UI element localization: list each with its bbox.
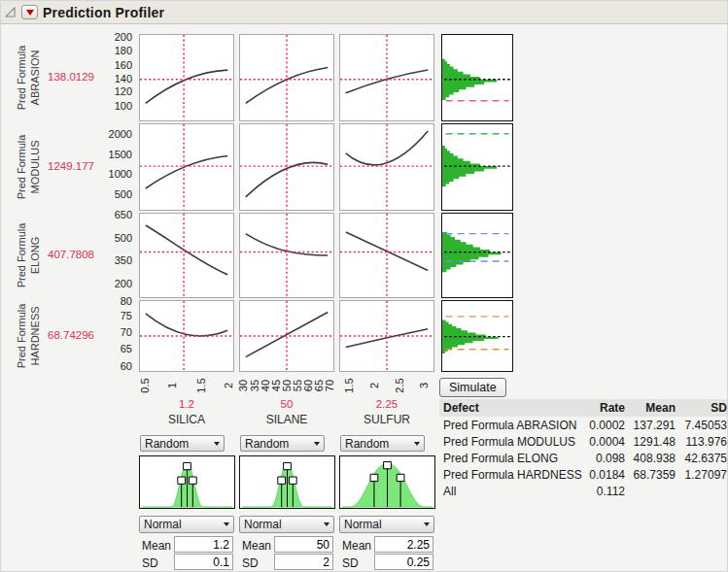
- chevron-down-icon: [314, 442, 320, 446]
- factor-current-value[interactable]: 50: [239, 398, 334, 410]
- x-tick: 3: [418, 372, 430, 399]
- mean-drag-handle[interactable]: [184, 462, 191, 469]
- profile-cell-elong-sulfur[interactable]: [339, 213, 434, 298]
- y-tick: 200: [115, 278, 132, 289]
- header-rate: Rate: [585, 401, 625, 415]
- simulation-histogram-modulus: [441, 123, 513, 211]
- mean-drag-handle[interactable]: [384, 461, 392, 468]
- y-tick: 75: [121, 310, 132, 321]
- dropdown-value: Random: [145, 437, 189, 451]
- profile-cell-abrasion-silica[interactable]: [139, 34, 234, 121]
- cell-rate: 0.0002: [585, 419, 625, 432]
- mean-drag-handle[interactable]: [284, 462, 292, 469]
- factor-current-value[interactable]: 2.25: [339, 398, 434, 410]
- profile-cell-abrasion-silane[interactable]: [239, 34, 334, 121]
- y-axis-abrasion: 200 180 160 140 120 100: [96, 34, 135, 121]
- profile-cell-hardness-sulfur[interactable]: [339, 300, 434, 372]
- sulfur-distribution-dropdown[interactable]: Normal: [339, 516, 434, 533]
- defect-table-header: Defect Rate Mean SD: [439, 399, 727, 417]
- x-tick: 2: [223, 372, 234, 399]
- sulfur-random-dropdown[interactable]: Random: [340, 435, 425, 452]
- cell-mean: 1291.48: [625, 435, 676, 449]
- x-tick: 1.5: [195, 372, 207, 399]
- response-current-value: 1249.177: [34, 160, 94, 172]
- silane-mean-input[interactable]: [274, 536, 333, 553]
- silica-random-dropdown[interactable]: Random: [140, 435, 225, 452]
- silica-distribution-dropdown[interactable]: Normal: [139, 516, 234, 533]
- y-tick: 180: [115, 45, 132, 56]
- profile-cell-elong-silane[interactable]: [239, 213, 334, 298]
- silica-distribution-preview[interactable]: [139, 455, 235, 509]
- x-tick: 1: [166, 372, 178, 399]
- silane-random-dropdown[interactable]: Random: [240, 435, 325, 452]
- y-tick: 80: [121, 295, 132, 307]
- red-triangle-icon: [26, 10, 34, 16]
- sd-label: SD: [242, 556, 273, 570]
- cell-sd: 113.976: [676, 435, 727, 449]
- profile-curve: [146, 314, 227, 336]
- profile-cell-modulus-sulfur[interactable]: [339, 123, 434, 211]
- sd-drag-handle[interactable]: [397, 474, 404, 481]
- dropdown-value: Normal: [344, 518, 382, 531]
- table-row: All 0.112: [439, 483, 727, 499]
- sd-drag-handle[interactable]: [289, 477, 296, 484]
- sd-drag-handle[interactable]: [189, 477, 196, 484]
- outline-disclosure-icon[interactable]: [5, 7, 17, 18]
- simulate-button[interactable]: Simulate: [439, 378, 506, 397]
- factor-name: SULFUR: [339, 413, 434, 426]
- cell-rate: 0.0004: [585, 435, 625, 449]
- cell-defect: Pred Formula MODULUS: [439, 435, 585, 449]
- y-tick: 120: [115, 85, 132, 97]
- y-tick: 65: [121, 343, 132, 354]
- cell-mean: 408.938: [625, 452, 676, 465]
- silica-mean-input[interactable]: [174, 536, 233, 553]
- x-tick: 0.5: [139, 372, 151, 399]
- response-label-line1: Pred Formula: [16, 123, 29, 211]
- sd-drag-handle[interactable]: [278, 477, 286, 484]
- table-row: Pred Formula ABRASION 0.0002 137.291 7.4…: [439, 417, 727, 433]
- sd-drag-handle[interactable]: [178, 477, 186, 484]
- profile-curve: [146, 156, 227, 188]
- cell-defect: All: [439, 485, 585, 498]
- y-tick: 650: [115, 209, 132, 220]
- y-axis-hardness: 80 75 70 65 60: [96, 300, 135, 372]
- response-current-value: 407.7808: [34, 249, 94, 260]
- sd-drag-handle[interactable]: [370, 474, 378, 481]
- response-label-line1: Pred Formula: [16, 34, 29, 121]
- profile-cell-elong-silica[interactable]: [139, 213, 234, 298]
- y-axis-modulus: 2000 1500 1000 500: [96, 123, 135, 211]
- factor-current-value[interactable]: 1.2: [139, 398, 234, 410]
- cell-mean: 68.7359: [625, 468, 676, 482]
- red-triangle-menu-button[interactable]: [21, 5, 38, 19]
- y-tick: 70: [121, 326, 132, 338]
- outline-title-bar: Prediction Profiler: [1, 1, 728, 24]
- sulfur-mean-input[interactable]: [374, 536, 433, 553]
- silane-distribution-dropdown[interactable]: Normal: [239, 516, 334, 533]
- cell-sd: 1.27097: [676, 468, 727, 482]
- x-axis-sulfur: 1.5 2 2.5 3: [339, 374, 434, 399]
- prediction-profiler-window: Prediction Profiler Pred Formula ABRASIO…: [0, 0, 728, 572]
- profile-cell-hardness-silane[interactable]: [239, 300, 334, 372]
- mean-label: Mean: [342, 539, 373, 553]
- cell-rate: 0.098: [585, 452, 625, 465]
- sulfur-distribution-preview[interactable]: [339, 455, 435, 509]
- x-tick: 35: [249, 372, 260, 399]
- x-tick: 70: [324, 372, 335, 399]
- table-row: Pred Formula MODULUS 0.0004 1291.48 113.…: [439, 433, 727, 450]
- y-axis-elong: 650 500 350 200: [96, 213, 135, 298]
- profile-cell-modulus-silane[interactable]: [239, 123, 334, 211]
- sulfur-sd-input[interactable]: [374, 554, 433, 570]
- silica-sd-input[interactable]: [174, 554, 233, 570]
- dropdown-value: Random: [245, 437, 289, 451]
- chevron-down-icon: [214, 442, 220, 446]
- silane-sd-input[interactable]: [274, 554, 333, 570]
- profile-cell-abrasion-sulfur[interactable]: [339, 34, 434, 121]
- y-tick: 500: [115, 188, 132, 200]
- profile-cell-hardness-silica[interactable]: [139, 300, 234, 372]
- simulation-histogram-hardness: [441, 300, 513, 372]
- silane-distribution-preview[interactable]: [239, 455, 335, 509]
- chevron-down-icon: [424, 522, 430, 526]
- x-axis-silane: 30 35 40 45 50 55 60 65 70: [239, 374, 334, 399]
- response-label-line1: Pred Formula: [16, 292, 29, 380]
- profile-cell-modulus-silica[interactable]: [139, 123, 234, 211]
